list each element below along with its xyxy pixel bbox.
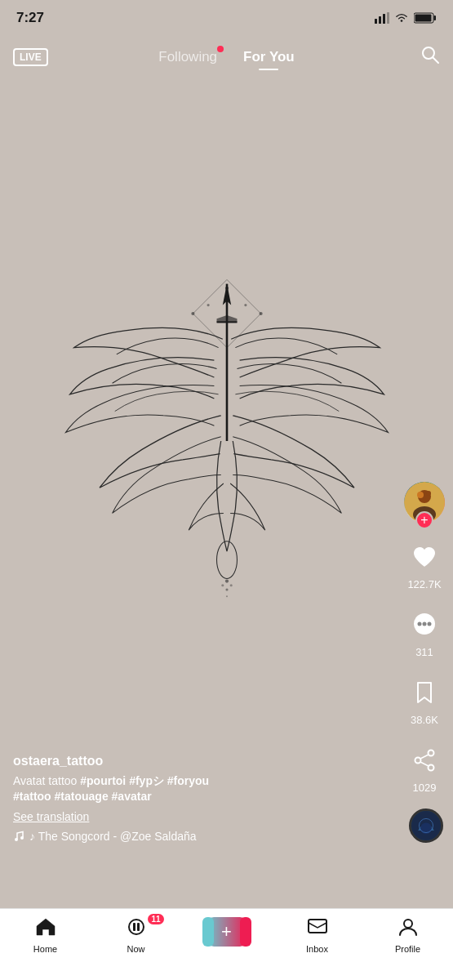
svg-point-43 xyxy=(129,920,144,934)
share-count: 1029 xyxy=(413,782,437,794)
status-bar: 7:27 xyxy=(0,0,453,36)
svg-point-20 xyxy=(225,588,228,590)
svg-point-28 xyxy=(426,491,431,496)
svg-point-18 xyxy=(216,541,237,579)
svg-rect-44 xyxy=(133,923,135,931)
share-action[interactable]: 1029 xyxy=(406,742,442,794)
inbox-icon xyxy=(307,917,328,942)
svg-point-33 xyxy=(429,751,434,756)
profile-label: Profile xyxy=(395,944,420,954)
bottom-nav: Home 11 Now + Inbox xyxy=(0,908,453,980)
search-button[interactable] xyxy=(420,45,440,69)
video-content xyxy=(56,229,398,653)
caption: Avatat tattoo #pourtoi #fypシ #foryou #ta… xyxy=(13,773,388,805)
nav-profile[interactable]: Profile xyxy=(384,917,433,954)
svg-line-8 xyxy=(433,58,439,64)
svg-point-23 xyxy=(229,584,232,586)
svg-rect-46 xyxy=(309,920,326,933)
svg-point-14 xyxy=(207,304,209,306)
svg-rect-1 xyxy=(379,16,381,24)
svg-rect-5 xyxy=(434,16,437,20)
status-icons xyxy=(375,12,437,24)
nav-home[interactable]: Home xyxy=(21,917,70,954)
top-nav: LIVE Following For You xyxy=(0,36,453,78)
notification-dot xyxy=(217,46,224,52)
svg-point-34 xyxy=(415,758,421,764)
svg-point-19 xyxy=(224,580,228,583)
for-you-tab[interactable]: For You xyxy=(243,49,295,65)
follow-button[interactable]: + xyxy=(415,511,433,529)
svg-point-35 xyxy=(429,765,434,771)
svg-point-47 xyxy=(404,920,412,928)
status-time: 7:27 xyxy=(16,10,44,26)
comment-icon xyxy=(406,607,442,643)
svg-point-30 xyxy=(418,622,422,626)
username[interactable]: ostaera_tattoo xyxy=(13,754,388,768)
home-icon xyxy=(35,917,56,942)
nav-add[interactable]: + xyxy=(202,917,251,947)
svg-point-22 xyxy=(221,584,224,586)
creator-avatar-container[interactable]: + xyxy=(404,482,445,523)
following-tab[interactable]: Following xyxy=(158,49,217,65)
svg-rect-6 xyxy=(415,15,432,22)
now-label: Now xyxy=(127,944,144,954)
like-icon xyxy=(406,539,442,575)
svg-point-41 xyxy=(15,838,18,841)
svg-point-12 xyxy=(191,312,194,315)
comment-count: 311 xyxy=(415,646,433,658)
comment-action[interactable]: 311 xyxy=(406,607,442,658)
add-icon: + xyxy=(221,921,232,942)
svg-point-13 xyxy=(259,312,262,315)
nav-tabs: Following For You xyxy=(158,49,294,65)
svg-rect-0 xyxy=(375,19,377,24)
share-icon xyxy=(406,742,442,778)
nav-now[interactable]: 11 Now xyxy=(112,917,161,954)
svg-rect-45 xyxy=(137,923,140,931)
post-info: ostaera_tattoo Avatat tattoo #pourtoi #f… xyxy=(13,754,388,843)
svg-rect-3 xyxy=(387,12,389,24)
video-area[interactable]: LIVE Following For You xyxy=(0,0,453,924)
right-sidebar: + 122.7K 311 xyxy=(404,482,445,794)
see-translation-link[interactable]: See translation xyxy=(13,810,388,823)
battery-icon xyxy=(414,12,437,24)
bookmark-count: 38.6K xyxy=(411,714,438,726)
svg-point-27 xyxy=(417,492,424,498)
music-note-icon xyxy=(13,831,24,842)
svg-point-15 xyxy=(244,304,246,306)
wifi-icon xyxy=(394,12,409,24)
svg-point-42 xyxy=(20,836,24,840)
live-button[interactable]: LIVE xyxy=(13,48,48,66)
music-info[interactable]: ♪ The Songcord - @Zoe Saldaña xyxy=(13,830,388,843)
svg-point-21 xyxy=(225,595,227,597)
svg-point-32 xyxy=(428,622,432,626)
add-button[interactable]: + xyxy=(206,917,248,947)
bookmark-action[interactable]: 38.6K xyxy=(406,675,442,726)
svg-point-31 xyxy=(423,622,427,626)
sound-avatar[interactable] xyxy=(409,808,443,843)
svg-line-37 xyxy=(420,762,429,766)
music-title: ♪ The Songcord - @Zoe Saldaña xyxy=(29,830,197,843)
bookmark-icon xyxy=(406,675,442,710)
now-icon xyxy=(126,917,147,942)
nav-inbox[interactable]: Inbox xyxy=(293,917,342,954)
profile-icon xyxy=(397,917,419,942)
svg-rect-2 xyxy=(383,14,385,24)
home-label: Home xyxy=(33,944,57,954)
like-action[interactable]: 122.7K xyxy=(406,539,442,590)
inbox-label: Inbox xyxy=(306,944,328,954)
now-badge: 11 xyxy=(148,914,163,924)
svg-line-36 xyxy=(420,755,429,759)
signal-icon xyxy=(375,12,389,24)
like-count: 122.7K xyxy=(407,578,441,590)
